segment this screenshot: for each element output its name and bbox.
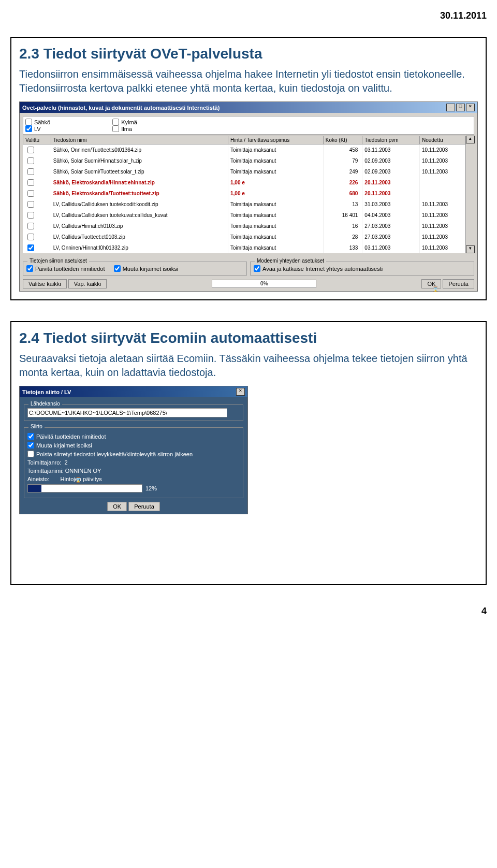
lv-checkbox[interactable] xyxy=(25,125,32,132)
hourglass-icon: ⌛ xyxy=(432,286,438,292)
ovet-titlebar: Ovet-palvelu (hinnastot, kuvat ja dokume… xyxy=(20,102,477,113)
ok-button[interactable]: OK⌛ xyxy=(421,279,441,288)
toimittajanro-value: 2 xyxy=(65,459,68,466)
row-checkbox[interactable] xyxy=(27,168,34,175)
delete-after-label: Poista siirretyt tiedostot levykkeeltä/k… xyxy=(36,451,193,457)
close-icon[interactable]: × xyxy=(466,104,475,111)
siirto-dialog: Tietojen siirto / LV × Lähdekansio Siirt… xyxy=(19,386,248,514)
scroll-up-icon[interactable]: ▴ xyxy=(466,136,475,143)
transfer-settings-group: Tietojen siirron asetukset Päivitä tuott… xyxy=(23,262,247,276)
cell: LV, Callidus/Hinnat:ch0103.zip xyxy=(51,221,228,232)
col-valittu[interactable]: Valittu xyxy=(23,136,51,144)
ovet-window-title: Ovet-palvelu (hinnastot, kuvat ja dokume… xyxy=(22,105,220,111)
cell: 249 xyxy=(323,166,362,177)
sahko-checkbox[interactable] xyxy=(25,119,32,125)
row-checkbox[interactable] xyxy=(27,244,34,251)
cell: 10.11.2003 xyxy=(419,232,465,242)
auto-connect-label: Avaa ja katkaise Internet yhteys automaa… xyxy=(262,266,383,272)
table-row[interactable]: Sähkö, Elektroskandia/Hinnat:ehinnat.zip… xyxy=(23,177,465,188)
deselect-all-button[interactable]: Vap. kaikki xyxy=(68,279,107,288)
uppercase-checkbox[interactable] xyxy=(114,265,121,272)
row-checkbox[interactable] xyxy=(27,223,34,229)
source-folder-group: Lähdekansio xyxy=(24,404,243,421)
slide1-title: 2.3 Tiedot siirtyvät OVeT-palvelusta xyxy=(19,46,478,62)
row-checkbox[interactable] xyxy=(27,201,34,208)
col-noudettu[interactable]: Noudettu xyxy=(419,136,465,144)
cell: Sähkö, Onninen/Tuotteet:s0t01364.zip xyxy=(51,144,228,156)
cell: 27.03.2003 xyxy=(362,232,420,242)
table-row[interactable]: Sähkö, Solar Suomi/Hinnat:solar_h.zipToi… xyxy=(23,155,465,166)
minimize-icon[interactable]: _ xyxy=(446,104,455,111)
col-tiedoston-nimi[interactable]: Tiedoston nimi xyxy=(51,136,228,144)
delete-after-checkbox[interactable] xyxy=(27,451,34,457)
table-row[interactable]: LV, Onninen/Hinnat:l0h01332.zipToimittaj… xyxy=(23,242,465,253)
cell: 10.11.2003 xyxy=(419,242,465,253)
row-checkbox[interactable] xyxy=(27,190,34,197)
cell: 03.11.2003 xyxy=(362,242,420,253)
scrollbar[interactable]: ▴ ▾ xyxy=(465,136,474,253)
slide2-title: 2.4 Tiedot siirtyvät Ecomiin automaattis… xyxy=(19,330,478,346)
cell: LV, Callidus/Calliduksen tuotekoodit:koo… xyxy=(51,199,228,210)
uppercase-label-2: Muuta kirjaimet isoiksi xyxy=(36,442,92,449)
update-names-checkbox-2[interactable] xyxy=(27,433,34,440)
scroll-down-icon[interactable]: ▾ xyxy=(466,245,475,253)
kylma-checkbox[interactable] xyxy=(112,119,119,125)
source-folder-legend: Lähdekansio xyxy=(28,401,62,407)
transfer-settings-legend: Tietojen siirron asetukset xyxy=(27,258,89,264)
category-checkboxes: Sähkö LV Kylmä Ilma xyxy=(23,116,474,135)
siirto-progress-bar xyxy=(27,484,142,493)
slide-2: 2.4 Tiedot siirtyvät Ecomiin automaattis… xyxy=(10,321,487,585)
slide1-body: Tiedonsiirron ensimmäisessä vaiheessa oh… xyxy=(19,67,478,95)
row-checkbox[interactable] xyxy=(27,147,34,153)
cancel-button-2[interactable]: Peruuta xyxy=(128,502,160,511)
sahko-label: Sähkö xyxy=(34,119,50,125)
cell: 79 xyxy=(323,155,362,166)
auto-connect-checkbox[interactable] xyxy=(254,265,260,272)
row-checkbox[interactable] xyxy=(27,179,34,186)
col-hinta[interactable]: Hinta / Tarvittava sopimus xyxy=(228,136,324,144)
col-pvm[interactable]: Tiedoston pvm xyxy=(362,136,420,144)
table-row[interactable]: LV, Callidus/Calliduksen tuotekoodit:koo… xyxy=(23,199,465,210)
toimittajanimi-value: ONNINEN OY xyxy=(65,468,101,474)
cell: Toimittaja maksanut xyxy=(228,166,324,177)
row-checkbox[interactable] xyxy=(27,234,34,240)
source-path-input[interactable] xyxy=(27,408,227,417)
update-names-label: Päivitä tuotteiden nimitiedot xyxy=(35,266,105,272)
cell: 16 xyxy=(323,221,362,232)
cell: Toimittaja maksanut xyxy=(228,242,324,253)
page-number: 4 xyxy=(10,606,487,617)
cell: 03.11.2003 xyxy=(362,144,420,156)
table-row[interactable]: Sähkö, Solar Suomi/Tuotteet:solar_t.zipT… xyxy=(23,166,465,177)
ok-button-2[interactable]: OK xyxy=(107,502,127,511)
cell: 20.11.2003 xyxy=(362,177,420,188)
ilma-checkbox[interactable] xyxy=(112,125,119,132)
cell: 27.03.2003 xyxy=(362,221,420,232)
cell: 458 xyxy=(323,144,362,156)
cell: LV, Callidus/Calliduksen tuotekuvat:call… xyxy=(51,210,228,221)
row-checkbox[interactable] xyxy=(27,212,34,219)
update-names-checkbox[interactable] xyxy=(26,265,33,272)
uppercase-checkbox-2[interactable] xyxy=(27,442,34,449)
table-row[interactable]: Sähkö, Elektroskandia/Tuotteet:tuotteet.… xyxy=(23,188,465,199)
col-koko[interactable]: Koko (Kt) xyxy=(323,136,362,144)
table-row[interactable]: LV, Callidus/Calliduksen tuotekuvat:call… xyxy=(23,210,465,221)
maximize-icon[interactable]: □ xyxy=(456,104,465,111)
cell: 226 xyxy=(323,177,362,188)
uppercase-label: Muuta kirjaimet isoiksi xyxy=(123,266,179,272)
ovet-window: Ovet-palvelu (hinnastot, kuvat ja dokume… xyxy=(19,102,478,292)
cell: LV, Callidus/Tuotteet:ct0103.zip xyxy=(51,232,228,242)
cell: 28 xyxy=(323,232,362,242)
cell: Sähkö, Solar Suomi/Hinnat:solar_h.zip xyxy=(51,155,228,166)
hourglass-icon: ⌛ xyxy=(75,477,81,483)
cell: 1,00 e xyxy=(228,188,324,199)
row-checkbox[interactable] xyxy=(27,157,34,164)
table-row[interactable]: LV, Callidus/Hinnat:ch0103.zipToimittaja… xyxy=(23,221,465,232)
select-all-button[interactable]: Valitse kaikki xyxy=(23,279,67,288)
cell: Toimittaja maksanut xyxy=(228,221,324,232)
close-icon[interactable]: × xyxy=(236,388,245,396)
table-row[interactable]: Sähkö, Onninen/Tuotteet:s0t01364.zipToim… xyxy=(23,144,465,156)
modem-settings-group: Modeemi yhteyden asetukset Avaa ja katka… xyxy=(250,262,474,276)
cell: Toimittaja maksanut xyxy=(228,210,324,221)
cancel-button[interactable]: Peruuta xyxy=(443,279,474,288)
table-row[interactable]: LV, Callidus/Tuotteet:ct0103.zipToimitta… xyxy=(23,232,465,242)
